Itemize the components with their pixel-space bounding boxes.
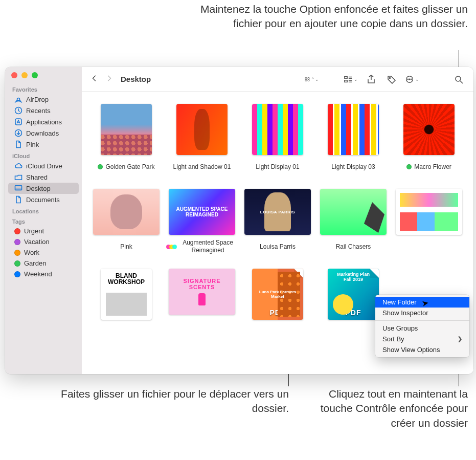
svg-point-13 xyxy=(407,79,408,79)
sidebar-item-documents[interactable]: Documents xyxy=(8,194,79,205)
tags-button[interactable] xyxy=(384,75,399,84)
finder-window: Favorites AirDrop Recents Applications D… xyxy=(5,67,473,374)
file-name: Macro Flower xyxy=(414,163,451,171)
ctx-separator xyxy=(375,320,469,321)
ctx-use-groups[interactable]: Use Groups xyxy=(375,323,469,334)
sidebar-tag-garden[interactable]: Garden xyxy=(8,258,79,269)
callout-bottom-right: Cliquez tout en maintenant la touche Con… xyxy=(314,387,468,430)
file-item[interactable]: Light Display 03 xyxy=(319,104,388,174)
window-controls xyxy=(5,72,82,83)
pdf-badge: PDF xyxy=(270,309,286,317)
ctx-sort-by[interactable]: Sort By ❯ xyxy=(375,334,469,344)
sidebar-item-icloud-drive[interactable]: iCloud Drive xyxy=(8,160,79,171)
svg-rect-5 xyxy=(305,77,307,79)
file-item[interactable] xyxy=(395,189,463,254)
file-item[interactable]: Rail Chasers xyxy=(319,189,388,254)
cloud-icon xyxy=(14,162,22,170)
file-thumbnail xyxy=(176,104,228,155)
sidebar-item-airdrop[interactable]: AirDrop xyxy=(8,94,79,105)
back-button[interactable] xyxy=(89,74,100,84)
file-name-row: Augmented Space Reimagined xyxy=(168,239,236,254)
file-item[interactable]: AUGMENTED SPACE REIMAGINEDAugmented Spac… xyxy=(168,189,236,254)
file-name-row: Light Display 03 xyxy=(331,159,375,174)
chevron-down-icon: ⌄ xyxy=(354,77,358,82)
file-name-row: Light and Shadow 01 xyxy=(173,159,231,174)
sidebar-item-label: Vacation xyxy=(24,238,50,246)
sidebar-tag-weekend[interactable]: Weekend xyxy=(8,269,79,279)
file-name: Rail Chasers xyxy=(336,243,371,251)
file-thumbnail xyxy=(93,189,160,235)
file-item[interactable]: Golden Gate Park xyxy=(92,104,161,174)
search-button[interactable] xyxy=(452,75,466,84)
desktop-icon xyxy=(14,184,22,192)
file-item[interactable]: SIGNATURE SCENTS xyxy=(168,269,236,339)
sidebar-item-label: Garden xyxy=(24,259,46,267)
svg-point-14 xyxy=(409,79,410,79)
file-thumbnail: Luna Park Farmers MarketPDF xyxy=(252,269,303,320)
tag-dot-icon xyxy=(14,239,20,245)
file-name-row: Macro Flower xyxy=(406,159,451,174)
file-name-row: Light Display 01 xyxy=(256,159,299,174)
file-item[interactable]: LOUISA PARRISLouisa Parris xyxy=(243,189,312,254)
minimize-button[interactable] xyxy=(21,72,28,78)
sidebar-tag-urgent[interactable]: Urgent xyxy=(8,226,79,236)
tag-dot-icon xyxy=(98,164,103,169)
ctx-item-label: New Folder xyxy=(382,298,416,306)
ctx-new-folder[interactable]: New Folder xyxy=(375,297,469,308)
toolbar: Desktop ⌃⌄ ⌄ xyxy=(82,67,473,92)
airdrop-icon xyxy=(14,95,22,103)
forward-button[interactable] xyxy=(103,74,115,84)
share-button[interactable] xyxy=(364,75,378,84)
context-menu: New Folder Show Inspector Use Groups Sor… xyxy=(375,295,469,357)
sidebar-tag-vacation[interactable]: Vacation xyxy=(8,236,79,247)
close-button[interactable] xyxy=(11,72,17,78)
file-item[interactable]: Macro Flower xyxy=(395,104,463,174)
more-button[interactable]: ⌄ xyxy=(405,75,419,84)
file-item[interactable]: Pink xyxy=(92,189,161,254)
group-button[interactable]: ⌄ xyxy=(344,75,358,84)
main-pane: Desktop ⌃⌄ ⌄ xyxy=(82,67,473,374)
ctx-item-label: Show View Options xyxy=(382,346,440,354)
file-name: Pink xyxy=(120,243,132,251)
pdf-badge: PDF xyxy=(346,309,361,317)
file-item[interactable]: Light Display 01 xyxy=(243,104,312,174)
file-item[interactable]: Luna Park Farmers MarketPDF xyxy=(243,269,312,339)
file-thumbnail xyxy=(320,189,387,235)
sidebar-item-label: Applications xyxy=(26,118,62,126)
sidebar-tag-work[interactable]: Work xyxy=(8,247,79,258)
file-thumbnail: BLAND WORKSHOP xyxy=(101,269,152,320)
sidebar-item-downloads[interactable]: Downloads xyxy=(8,127,79,139)
sidebar-item-shared[interactable]: Shared xyxy=(8,171,79,183)
sidebar-item-recents[interactable]: Recents xyxy=(8,105,79,116)
svg-point-16 xyxy=(456,76,461,81)
file-name-row: Louisa Parris xyxy=(260,239,296,254)
sidebar-item-label: Urgent xyxy=(24,227,44,235)
tag-dot-icon xyxy=(14,260,20,267)
ctx-show-view-options[interactable]: Show View Options xyxy=(375,344,469,355)
callout-top: Maintenez la touche Option enfoncée et f… xyxy=(171,2,468,31)
sidebar-item-applications[interactable]: Applications xyxy=(8,116,79,127)
file-grid-area[interactable]: Golden Gate ParkLight and Shadow 01Light… xyxy=(82,92,473,374)
view-icons-button[interactable]: ⌃⌄ xyxy=(305,75,319,84)
file-name: Light Display 01 xyxy=(256,163,299,171)
sidebar-item-desktop[interactable]: Desktop xyxy=(8,183,79,194)
doc-icon xyxy=(14,140,22,148)
file-item[interactable]: BLAND WORKSHOP xyxy=(92,269,161,339)
sidebar-item-label: Work xyxy=(24,249,39,256)
file-thumbnail xyxy=(101,104,152,155)
sidebar-item-label: Pink xyxy=(26,141,39,148)
svg-rect-8 xyxy=(308,79,309,81)
file-thumbnail: Marketing Plan Fall 2019PDF xyxy=(328,269,379,320)
file-thumbnail xyxy=(252,104,303,155)
sidebar-item-label: Weekend xyxy=(24,270,52,278)
file-thumbnail xyxy=(396,189,462,235)
sidebar-header-icloud: iCloud xyxy=(5,150,82,160)
ctx-show-inspector[interactable]: Show Inspector xyxy=(375,308,469,318)
sidebar-item-pink[interactable]: Pink xyxy=(8,139,79,150)
sidebar: Favorites AirDrop Recents Applications D… xyxy=(5,67,82,374)
fullscreen-button[interactable] xyxy=(32,72,38,78)
file-item[interactable]: Light and Shadow 01 xyxy=(168,104,236,174)
tag-dot-icon xyxy=(14,250,20,256)
app-icon xyxy=(14,118,22,126)
file-name: Light and Shadow 01 xyxy=(173,163,231,171)
